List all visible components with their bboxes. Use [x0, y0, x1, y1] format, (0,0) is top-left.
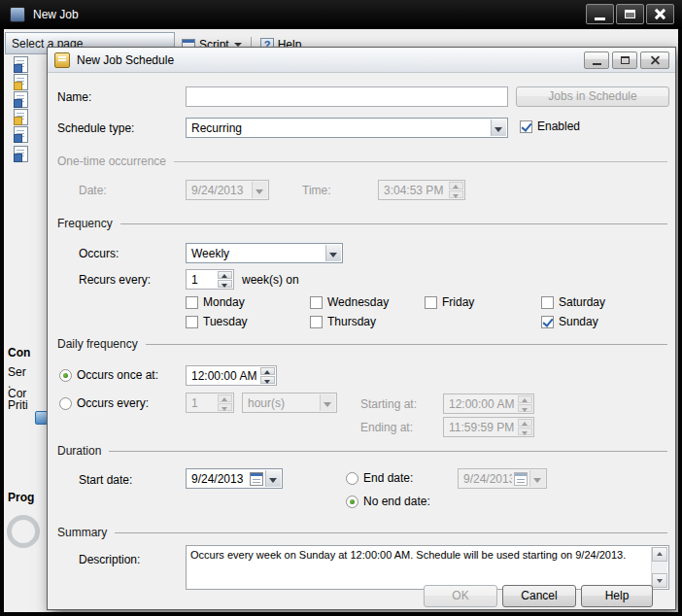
start-date-picker[interactable]: 9/24/2013	[186, 468, 283, 489]
new-job-window-titlebar: New Job	[0, 0, 682, 29]
occurs-every-radio-row[interactable]: Occurs every:	[59, 396, 149, 410]
dialog-minimize-button[interactable]	[584, 51, 609, 69]
occurs-every-unit-select: hour(s)	[242, 393, 337, 413]
maximize-icon	[621, 56, 630, 64]
minimize-icon	[593, 63, 601, 65]
wednesday-checkbox[interactable]	[310, 296, 323, 309]
group-line	[57, 451, 667, 452]
starting-at-spinner: 12:00:00 AM	[443, 394, 534, 414]
daily-frequency-group: Daily frequency	[57, 337, 667, 352]
dialog-titlebar[interactable]: New Job Schedule	[48, 48, 675, 73]
no-end-date-radio[interactable]	[346, 496, 358, 508]
progress-section-header: Prog	[8, 491, 34, 504]
one-time-time-spinner: 3:04:53 PM	[378, 180, 465, 200]
enabled-checkbox-row[interactable]: Enabled	[520, 120, 580, 133]
description-text: Occurs every week on Sunday at 12:00:00 …	[190, 548, 647, 587]
chevron-down-icon	[325, 245, 341, 261]
window-controls	[584, 4, 674, 24]
spin-up-icon	[218, 394, 232, 402]
tuesday-checkbox[interactable]	[186, 316, 198, 328]
frequency-group: Frequency	[57, 217, 667, 231]
occurs-label: Occurs:	[79, 247, 119, 260]
spin-up-button[interactable]	[218, 271, 232, 279]
page-item-icon[interactable]	[14, 56, 28, 73]
occurs-once-radio-row[interactable]: Occurs once at:	[59, 368, 158, 382]
day-checkbox-saturday[interactable]: Saturday	[541, 295, 605, 309]
spin-up-button[interactable]	[260, 367, 275, 375]
dialog-title: New Job Schedule	[77, 53, 174, 67]
dialog-maximize-button[interactable]	[612, 51, 637, 69]
close-icon	[650, 55, 661, 66]
dialog-window-controls	[581, 51, 669, 69]
weeks-on-label: week(s) on	[242, 273, 299, 287]
close-icon	[654, 8, 666, 20]
description-scrollbar[interactable]	[651, 547, 667, 588]
chevron-down-icon	[265, 470, 281, 487]
day-checkbox-thursday[interactable]: Thursday	[310, 315, 376, 328]
close-button[interactable]	[646, 4, 674, 24]
no-end-date-radio-row[interactable]: No end date:	[346, 495, 430, 508]
chevron-down-icon	[320, 394, 335, 411]
page-item-icon[interactable]	[14, 91, 28, 108]
end-date-radio[interactable]	[346, 472, 358, 485]
schedule-type-label: Schedule type:	[57, 121, 134, 135]
page-item-icon[interactable]	[14, 146, 28, 162]
description-label: Description:	[79, 553, 140, 566]
spin-down-icon	[449, 190, 463, 198]
enabled-checkbox[interactable]	[520, 120, 532, 133]
date-label: Date:	[79, 184, 107, 197]
help-button[interactable]: Help	[581, 585, 653, 607]
friday-checkbox[interactable]	[425, 296, 437, 309]
page-item-icon[interactable]	[14, 74, 28, 90]
calendar-icon	[514, 472, 528, 486]
page-item-icon[interactable]	[14, 126, 28, 143]
recurs-every-spinner[interactable]: 1	[186, 269, 234, 290]
spin-down-icon	[218, 403, 232, 411]
connection-section-header: Con	[8, 346, 30, 359]
maximize-icon	[625, 10, 635, 18]
new-job-schedule-dialog: New Job Schedule Name: Jobs in Schedule …	[47, 47, 676, 610]
maximize-button[interactable]	[616, 4, 644, 24]
scroll-down-button[interactable]	[652, 573, 667, 588]
scroll-up-button[interactable]	[652, 547, 667, 562]
day-checkbox-wednesday[interactable]: Wednesday	[310, 295, 389, 309]
occurs-once-time-spinner[interactable]: 12:00:00 AM	[186, 365, 277, 386]
dialog-close-button[interactable]	[640, 51, 669, 69]
recurs-every-label: Recurs every:	[79, 273, 151, 287]
spin-down-icon	[518, 404, 532, 412]
monday-checkbox[interactable]	[186, 296, 198, 309]
ending-at-label: Ending at:	[360, 421, 413, 434]
spin-down-button[interactable]	[218, 280, 232, 288]
summary-group: Summary	[57, 526, 667, 540]
chevron-down-icon	[252, 182, 267, 198]
occurs-once-radio[interactable]	[59, 369, 72, 382]
occurs-select[interactable]: Weekly	[186, 243, 343, 263]
saturday-checkbox[interactable]	[541, 296, 554, 309]
ending-at-spinner: 11:59:59 PM	[443, 417, 534, 437]
day-checkbox-monday[interactable]: Monday	[186, 295, 245, 309]
one-time-occurrence-group: One-time occurrence	[57, 154, 667, 169]
end-date-radio-row[interactable]: End date:	[346, 471, 413, 485]
spin-down-button[interactable]	[260, 376, 275, 384]
description-box[interactable]: Occurs every week on Sunday at 12:00:00 …	[186, 545, 669, 590]
minimize-icon	[595, 17, 605, 20]
thursday-checkbox[interactable]	[310, 316, 323, 328]
cancel-button[interactable]: Cancel	[502, 585, 576, 607]
page-item-icon[interactable]	[14, 109, 28, 125]
day-checkbox-friday[interactable]: Friday	[425, 295, 474, 309]
occurs-every-radio[interactable]	[59, 397, 72, 410]
sunday-checkbox[interactable]	[541, 316, 554, 328]
minimize-button[interactable]	[586, 4, 614, 24]
desktop: New Job Select a page Script Help	[0, 0, 682, 616]
name-input[interactable]	[186, 86, 508, 107]
end-date-picker: 9/24/2013	[458, 468, 547, 489]
jobs-in-schedule-button[interactable]: Jobs in Schedule	[516, 86, 669, 107]
spin-up-icon	[518, 419, 532, 427]
spin-down-icon	[518, 428, 532, 435]
day-checkbox-tuesday[interactable]: Tuesday	[186, 315, 248, 328]
spin-up-icon	[449, 182, 463, 189]
ok-button[interactable]: OK	[424, 585, 497, 607]
day-checkbox-sunday[interactable]: Sunday	[541, 315, 598, 328]
group-line	[57, 223, 667, 224]
schedule-type-select[interactable]: Recurring	[186, 118, 508, 138]
